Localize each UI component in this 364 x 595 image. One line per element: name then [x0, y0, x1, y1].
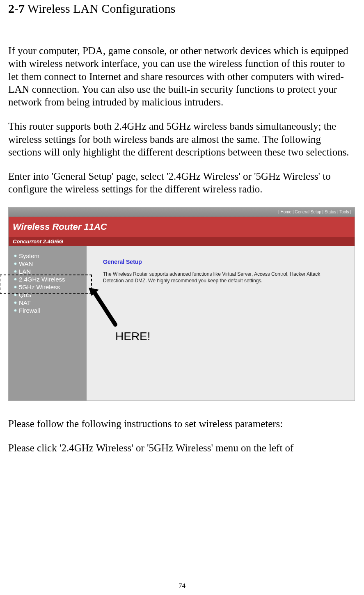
paragraph-1: If your computer, PDA, game console, or …	[8, 44, 356, 108]
bullet-icon	[14, 278, 16, 280]
router-brand-bar: Wireless Router 11AC	[9, 217, 355, 237]
sidebar-item-wan[interactable]: WAN	[9, 260, 87, 268]
bullet-icon	[14, 270, 16, 272]
sidebar-item-label: WAN	[19, 260, 33, 267]
router-content-header: General Setup	[103, 259, 342, 265]
sidebar-item-label: 5GHz Wireless	[19, 284, 60, 291]
bullet-icon	[14, 263, 16, 265]
router-content-description: The Wireless Router supports advanced fu…	[103, 271, 333, 284]
sidebar-item-system[interactable]: System	[9, 252, 87, 260]
paragraph-4: Please follow the following instructions…	[8, 417, 356, 430]
section-number: 2-7	[8, 2, 25, 15]
sidebar-item-24ghz-wireless[interactable]: 2.4GHz Wireless	[9, 275, 87, 283]
router-top-nav: | Home | General Setup | Status | Tools …	[9, 208, 355, 217]
sidebar-item-label: Firewall	[19, 307, 40, 314]
bullet-icon	[14, 309, 16, 311]
router-top-nav-text: | Home | General Setup | Status | Tools …	[278, 210, 351, 214]
router-brand-subtitle-bar: Concurrent 2.4G/5G	[9, 237, 355, 246]
section-heading: 2-7 Wireless LAN Configurations	[8, 0, 356, 16]
here-label: HERE!	[115, 330, 151, 343]
sidebar-item-qos[interactable]: QoS	[9, 291, 87, 299]
router-content-area: General Setup The Wireless Router suppor…	[87, 246, 355, 400]
sidebar-item-firewall[interactable]: Firewall	[9, 307, 87, 314]
sidebar-item-label: QoS	[19, 291, 31, 298]
bullet-icon	[14, 302, 16, 304]
paragraph-3: Enter into 'General Setup' page, select …	[8, 170, 356, 196]
router-admin-screenshot: | Home | General Setup | Status | Tools …	[8, 207, 355, 401]
section-title-text: Wireless LAN Configurations	[27, 2, 175, 15]
router-brand-title: Wireless Router 11AC	[13, 222, 107, 232]
sidebar-item-label: LAN	[19, 268, 31, 275]
paragraph-2: This router supports both 2.4GHz and 5GH…	[8, 120, 356, 158]
bullet-icon	[14, 294, 16, 296]
paragraph-5: Please click '2.4GHz Wireless' or '5GHz …	[8, 442, 356, 454]
sidebar-item-lan[interactable]: LAN	[9, 268, 87, 275]
sidebar-item-label: NAT	[19, 299, 31, 306]
sidebar-item-5ghz-wireless[interactable]: 5GHz Wireless	[9, 283, 87, 291]
sidebar-item-label: System	[19, 252, 39, 259]
bullet-icon	[14, 255, 16, 257]
router-brand-subtitle: Concurrent 2.4G/5G	[13, 238, 63, 245]
bullet-icon	[14, 286, 16, 288]
sidebar-item-label: 2.4GHz Wireless	[19, 276, 65, 283]
router-sidebar: System WAN LAN 2.4GHz Wireless 5GHz Wire…	[9, 246, 87, 400]
page-number: 74	[0, 582, 364, 590]
sidebar-item-nat[interactable]: NAT	[9, 299, 87, 307]
